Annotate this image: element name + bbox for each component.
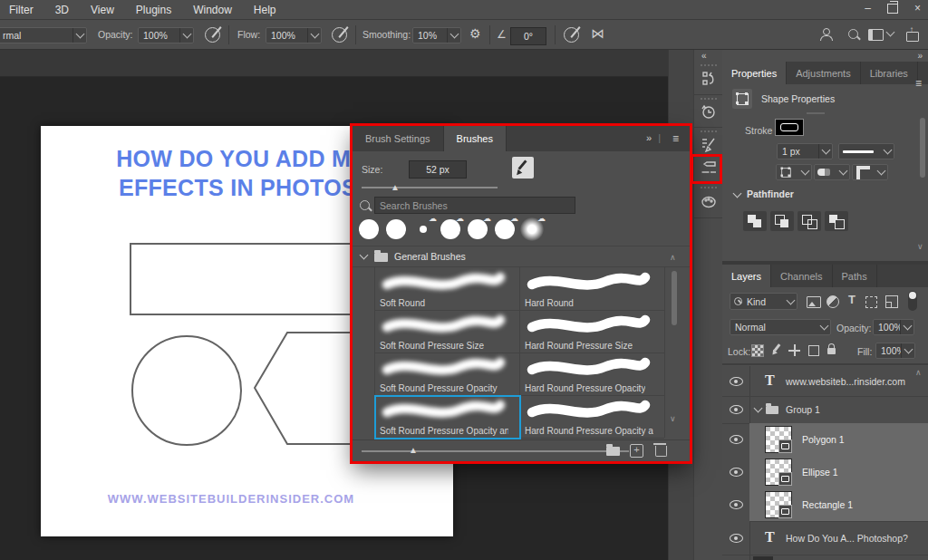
- visibility-eye-icon[interactable]: [730, 435, 743, 444]
- filter-adjustment-layers-icon[interactable]: [826, 295, 839, 308]
- pathfinder-unite-button[interactable]: [743, 211, 767, 231]
- tab-properties[interactable]: Properties: [722, 62, 787, 84]
- layer-row-group[interactable]: Group 1: [722, 396, 928, 424]
- stroke-align-dropdown[interactable]: [776, 164, 812, 180]
- restore-button[interactable]: [887, 4, 898, 14]
- recent-brush-round[interactable]: ☁: [465, 217, 490, 242]
- visibility-eye-icon[interactable]: [730, 500, 743, 509]
- preview-size-slider[interactable]: [362, 450, 629, 452]
- tab-channels[interactable]: Channels: [771, 265, 832, 287]
- flow-dropdown[interactable]: 100%: [266, 27, 322, 43]
- slider-thumb-icon[interactable]: ▲: [391, 182, 400, 192]
- brush-name[interactable]: Soft Round Pressure Opacity: [380, 383, 498, 393]
- scroll-up-icon[interactable]: ∧: [915, 368, 922, 377]
- brush-name[interactable]: Hard Round Pressure Size: [525, 341, 633, 351]
- lock-image-icon[interactable]: [770, 343, 782, 355]
- brush-size-slider[interactable]: [362, 187, 498, 188]
- tab-paths[interactable]: Paths: [833, 265, 877, 287]
- tab-layers[interactable]: Layers: [722, 265, 771, 287]
- brush-mode-dropdown[interactable]: rmal: [0, 27, 87, 43]
- expand-panels-icon[interactable]: »: [917, 51, 923, 61]
- group-expand-icon[interactable]: [754, 404, 763, 413]
- brushes-scrollbar[interactable]: [672, 271, 677, 325]
- airbrush-icon[interactable]: [332, 27, 347, 43]
- stroke-corners-dropdown[interactable]: [852, 164, 888, 180]
- close-button[interactable]: ×: [914, 2, 921, 14]
- pressure-opacity-icon[interactable]: [205, 27, 220, 43]
- layer-row-ellipse[interactable]: Ellipse 1: [749, 456, 928, 489]
- tab-brushes[interactable]: Brushes: [444, 126, 507, 151]
- recent-brush-soft-round[interactable]: ☁: [519, 217, 545, 242]
- invite-user-icon[interactable]: [820, 28, 833, 40]
- smoothing-dropdown[interactable]: 10%: [412, 27, 461, 43]
- lock-position-icon[interactable]: [788, 344, 800, 356]
- recent-brush-hard-round[interactable]: [356, 217, 382, 242]
- recent-brush-hard-round[interactable]: [383, 217, 409, 242]
- filter-shape-layers-icon[interactable]: [865, 296, 877, 308]
- layer-filter-toggle[interactable]: [908, 291, 917, 311]
- history-icon[interactable]: [700, 102, 718, 121]
- visibility-eye-icon[interactable]: [730, 534, 743, 543]
- symmetry-butterfly-icon[interactable]: ⋈: [591, 25, 604, 42]
- scroll-up-icon[interactable]: ∧: [670, 253, 676, 262]
- panel-menu-icon[interactable]: ≡: [672, 132, 679, 145]
- brush-group-header[interactable]: General Brushes: [353, 246, 690, 267]
- menu-filter[interactable]: Filter: [9, 4, 34, 16]
- scroll-down-icon[interactable]: ∨: [917, 242, 923, 251]
- kind-filter-dropdown[interactable]: Kind: [730, 293, 798, 310]
- stroke-caps-dropdown[interactable]: [814, 164, 850, 180]
- stroke-style-dropdown[interactable]: [838, 143, 894, 159]
- stroke-color-swatch[interactable]: [775, 119, 804, 136]
- brush-size-input[interactable]: 52 px: [409, 160, 467, 179]
- slider-thumb-icon[interactable]: ▲: [409, 445, 418, 455]
- pathfinder-subtract-button[interactable]: [770, 211, 794, 231]
- collapse-panels-icon[interactable]: «: [701, 51, 707, 61]
- filter-type-layers-icon[interactable]: T: [848, 293, 856, 306]
- new-brush-button[interactable]: +: [630, 444, 643, 458]
- blend-mode-dropdown[interactable]: Normal: [730, 319, 831, 335]
- layer-thumbnail[interactable]: [765, 491, 792, 518]
- layer-row-text-title[interactable]: T How Do You A... Photoshop?: [722, 521, 928, 555]
- menu-3d[interactable]: 3D: [55, 4, 69, 16]
- visibility-eye-icon[interactable]: [730, 405, 743, 414]
- brush-name[interactable]: Hard Round Pressure Opacity: [525, 383, 645, 393]
- minimize-button[interactable]: –: [865, 2, 871, 14]
- panel-menu-icon[interactable]: ≡: [915, 77, 922, 90]
- brush-tip-preview-button[interactable]: [512, 157, 534, 179]
- opacity-dropdown[interactable]: 100%: [138, 27, 194, 43]
- recent-brush-round[interactable]: ☁: [438, 217, 463, 242]
- brush-name[interactable]: Soft Round Pressure Size: [380, 341, 484, 351]
- recent-brush-small-dot[interactable]: ☁: [411, 217, 436, 242]
- properties-scrollbar[interactable]: [920, 118, 925, 178]
- delete-brush-button[interactable]: [655, 446, 667, 457]
- brush-search-input[interactable]: [374, 197, 575, 214]
- lock-artboard-icon[interactable]: [808, 345, 819, 356]
- share-icon[interactable]: [906, 32, 919, 42]
- brush-name[interactable]: Soft Round: [380, 298, 425, 308]
- scroll-down-icon[interactable]: ∨: [670, 414, 676, 423]
- brush-name[interactable]: Hard Round: [525, 298, 574, 308]
- fill-dropdown[interactable]: 100%: [875, 343, 915, 359]
- menu-window[interactable]: Window: [193, 4, 232, 16]
- tab-libraries[interactable]: Libraries: [861, 62, 918, 84]
- stroke-width-dropdown[interactable]: 1 px: [777, 143, 833, 159]
- version-history-icon[interactable]: [700, 70, 718, 88]
- recent-brush-round[interactable]: ☁: [492, 217, 517, 242]
- panel-resize-notch[interactable]: [807, 112, 825, 114]
- pressure-size-icon[interactable]: [564, 27, 579, 43]
- brush-name[interactable]: Hard Round Pressure Opacity and...: [525, 426, 653, 436]
- brushes-icon[interactable]: [700, 159, 718, 178]
- layer-row-polygon[interactable]: Polygon 1: [749, 423, 928, 457]
- lock-all-icon[interactable]: [827, 348, 836, 354]
- visibility-eye-icon[interactable]: [730, 468, 743, 477]
- pathfinder-exclude-button[interactable]: [825, 211, 848, 231]
- layer-row-text-url[interactable]: T www.websiteb...rinsider.com: [722, 366, 928, 397]
- collapse-panel-icon[interactable]: »: [646, 132, 652, 143]
- layer-thumbnail[interactable]: [765, 459, 792, 486]
- pathfinder-intersect-button[interactable]: [798, 211, 821, 231]
- brush-settings-icon[interactable]: [700, 135, 718, 153]
- layers-opacity-dropdown[interactable]: 100%: [873, 319, 914, 335]
- menu-view[interactable]: View: [91, 4, 114, 16]
- filter-pixel-layers-icon[interactable]: [807, 296, 821, 308]
- chevron-down-icon[interactable]: [886, 28, 895, 37]
